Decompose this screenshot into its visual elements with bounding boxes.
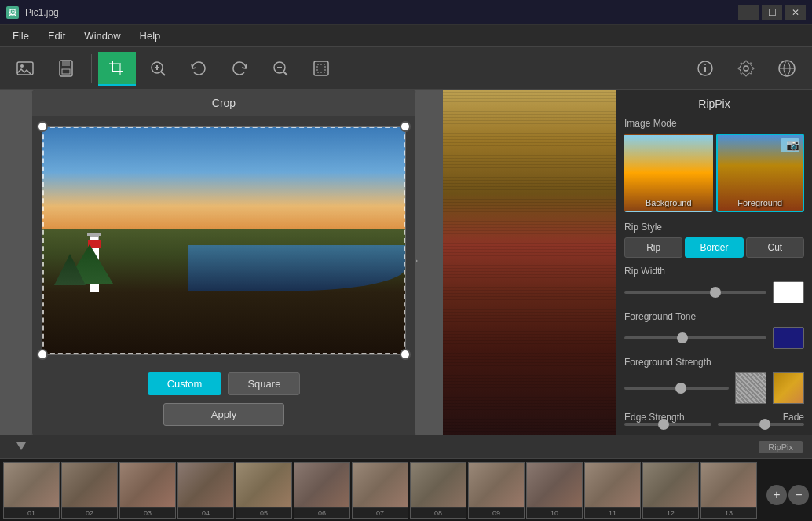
rip-width-color-swatch[interactable] — [773, 281, 804, 303]
menu-edit[interactable]: Edit — [38, 27, 75, 45]
rotate-right-button[interactable] — [221, 52, 258, 85]
menu-window[interactable]: Window — [75, 27, 130, 45]
film-item[interactable]: 03 — [119, 462, 176, 519]
foreground-tone-color-swatch[interactable] — [773, 327, 804, 349]
menubar: File Edit Window Help — [0, 25, 812, 47]
foreground-mode-thumb[interactable]: 📷 Foreground — [716, 134, 805, 212]
film-item[interactable]: 01 — [3, 462, 60, 519]
film-num: 09 — [469, 508, 524, 518]
toolbar-separator — [91, 54, 92, 83]
film-num: 05 — [236, 508, 291, 518]
apply-button[interactable]: Apply — [163, 403, 285, 426]
settings-icon — [737, 59, 755, 78]
svg-marker-19 — [16, 442, 26, 450]
collapse-icon[interactable] — [9, 435, 33, 459]
zoom-in-button[interactable] — [139, 52, 177, 85]
crop-handle-tl[interactable] — [37, 121, 48, 132]
crop-square-button[interactable]: Square — [228, 372, 300, 395]
film-item[interactable]: 10 — [526, 462, 583, 519]
crop-mode-buttons: Custom Square — [32, 365, 415, 400]
film-item[interactable]: 12 — [642, 462, 699, 519]
crop-dialog-title: Crop — [32, 90, 415, 116]
info-icon — [696, 59, 715, 78]
rippix-label: RipPix — [759, 441, 803, 453]
foreground-mode-label: Foreground — [718, 198, 803, 207]
film-item[interactable]: 02 — [61, 462, 118, 519]
crop-image-container[interactable] — [42, 126, 406, 355]
film-num: 10 — [527, 508, 582, 518]
image-mode-grid: Background 📷 Foreground — [624, 134, 804, 212]
film-item[interactable]: 13 — [700, 462, 757, 519]
background-image — [443, 90, 616, 435]
fit-button[interactable] — [302, 52, 340, 85]
foreground-strength-slider[interactable] — [624, 387, 729, 390]
close-button[interactable]: ✕ — [785, 5, 806, 20]
film-item[interactable]: 09 — [468, 462, 525, 519]
rip-width-slider[interactable] — [624, 291, 766, 294]
settings-button[interactable] — [727, 52, 765, 85]
film-item[interactable]: 04 — [177, 462, 234, 519]
filmstrip-remove-button[interactable]: − — [788, 485, 809, 505]
background-mode-thumb[interactable]: Background — [624, 134, 713, 212]
zoom-in-icon — [148, 59, 167, 78]
rip-style-rip[interactable]: Rip — [624, 237, 682, 258]
collapse-bar[interactable]: RipPix — [0, 435, 812, 458]
right-panel: RipPix Image Mode Background 📷 Foregroun… — [616, 90, 812, 435]
film-item[interactable]: 11 — [584, 462, 641, 519]
film-item[interactable]: 07 — [352, 462, 408, 519]
filmstrip: 01 02 03 04 05 06 07 08 09 10 11 12 — [0, 458, 812, 521]
image-tool-button[interactable] — [6, 52, 44, 85]
edge-fade-section: Edge Strength Fade — [624, 412, 804, 426]
texture-swatch-gray[interactable] — [735, 372, 766, 404]
window-controls: — ☐ ✕ — [738, 5, 806, 20]
svg-rect-13 — [317, 64, 325, 72]
effects-button[interactable] — [768, 52, 806, 85]
foreground-tone-slider[interactable] — [624, 336, 766, 339]
maximize-button[interactable]: ☐ — [762, 5, 782, 20]
shadow-height-section: Shadow Height — [624, 434, 804, 435]
edge-fade-sliders — [624, 423, 804, 426]
crop-handle-br[interactable] — [400, 349, 411, 360]
rip-style-border[interactable]: Border — [685, 237, 743, 258]
toolbar-right — [686, 52, 806, 85]
rip-width-section: Rip Width — [624, 266, 804, 303]
save-tool-button[interactable] — [47, 52, 85, 85]
rip-style-section: Rip Style Rip Border Cut — [624, 222, 804, 258]
minimize-button[interactable]: — — [738, 5, 759, 20]
rip-style-buttons: Rip Border Cut — [624, 237, 804, 258]
panel-title: RipPix — [624, 97, 804, 110]
shadow-height-label: Shadow Height — [624, 434, 804, 435]
texture-swatch-gold[interactable] — [773, 372, 804, 404]
crop-handle-bl[interactable] — [37, 349, 48, 360]
svg-rect-4 — [62, 69, 70, 74]
film-num: 13 — [701, 508, 756, 518]
image-mode-label: Image Mode — [624, 118, 804, 129]
film-item[interactable]: 08 — [410, 462, 466, 519]
rip-style-cut[interactable]: Cut — [746, 237, 804, 258]
film-item[interactable]: 05 — [236, 462, 292, 519]
crop-handle-tr[interactable] — [400, 121, 411, 132]
film-num: 01 — [4, 508, 59, 518]
filmstrip-add-button[interactable]: + — [766, 485, 787, 505]
menu-help[interactable]: Help — [130, 27, 170, 45]
foreground-tone-row — [624, 327, 804, 349]
svg-point-17 — [744, 66, 748, 71]
info-button[interactable] — [686, 52, 724, 85]
crop-tool-button[interactable] — [98, 52, 136, 85]
crop-custom-button[interactable]: Custom — [148, 372, 222, 395]
fade-slider[interactable] — [718, 423, 805, 426]
menu-file[interactable]: File — [3, 27, 38, 45]
zoom-out-button[interactable] — [262, 52, 299, 85]
svg-line-8 — [161, 72, 165, 75]
foreground-tone-section: Foreground Tone — [624, 311, 804, 349]
film-num: 12 — [643, 508, 698, 518]
edge-strength-slider[interactable] — [624, 423, 711, 426]
image-icon — [16, 59, 35, 78]
crop-icon — [108, 59, 126, 78]
svg-rect-3 — [62, 61, 70, 66]
rip-width-label: Rip Width — [624, 266, 804, 277]
window-title: Pic1.jpg — [25, 7, 732, 18]
film-item[interactable]: 06 — [294, 462, 350, 519]
film-num: 02 — [62, 508, 117, 518]
rotate-left-button[interactable] — [180, 52, 218, 85]
